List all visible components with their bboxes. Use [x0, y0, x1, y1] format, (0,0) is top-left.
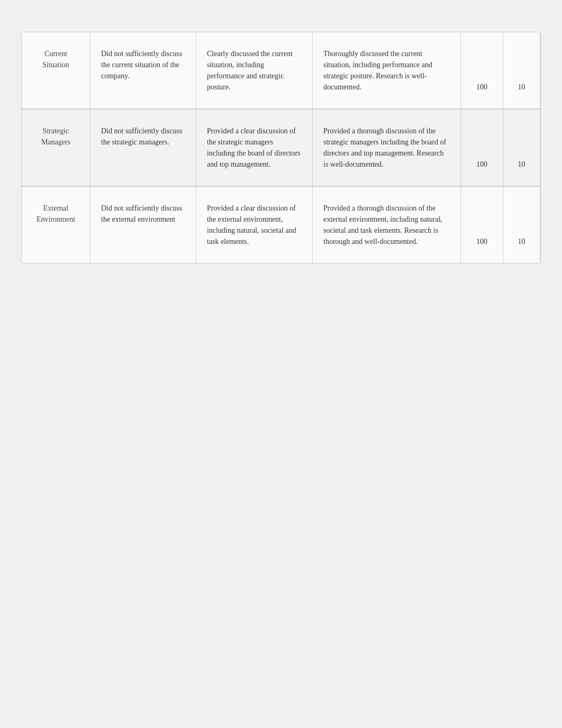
- score-text: 10: [518, 236, 525, 247]
- cell-text: Provided a clear discussion of the strat…: [207, 127, 301, 168]
- score-text: 10: [518, 159, 525, 170]
- cell-score3-row3: 10: [540, 187, 541, 263]
- cell-score2-row3: 10: [503, 187, 540, 263]
- row-label-strategic-managers: Strategic Managers: [22, 110, 90, 186]
- cell-col3-row1: Clearly discussed the current situation,…: [196, 32, 313, 108]
- cell-score2-row2: 10: [503, 110, 540, 186]
- label-text: Strategic Managers: [41, 125, 70, 148]
- cell-score1-row2: 100: [461, 110, 503, 186]
- cell-col3-row2: Provided a clear discussion of the strat…: [196, 110, 313, 186]
- cell-text: Did not sufficiently discuss the externa…: [101, 204, 182, 223]
- table-row: Strategic Managers Did not sufficiently …: [22, 110, 540, 187]
- rubric-table: Current Situation Did not sufficiently d…: [21, 32, 541, 263]
- cell-score1-row1: 100: [461, 32, 503, 108]
- row-label-external-environment: External Environment: [22, 187, 90, 263]
- score-text: 100: [476, 236, 487, 247]
- table-row: External Environment Did not sufficientl…: [22, 187, 540, 263]
- page: Current Situation Did not sufficiently d…: [0, 0, 562, 728]
- cell-col3-row3: Provided a clear discussion of the exter…: [196, 187, 313, 263]
- cell-text: Provided a thorough discussion of the ex…: [323, 204, 442, 245]
- cell-text: Clearly discussed the current situation,…: [207, 50, 293, 91]
- cell-text: Provided a clear discussion of the exter…: [207, 204, 296, 245]
- cell-score3-row1: 10: [540, 32, 541, 108]
- row-label-current-situation: Current Situation: [22, 32, 90, 108]
- cell-col2-row1: Did not sufficiently discuss the current…: [90, 32, 196, 108]
- cell-text: Provided a thorough discussion of the st…: [323, 127, 446, 168]
- cell-text: Thoroughly discussed the current situati…: [323, 50, 432, 91]
- cell-col4-row1: Thoroughly discussed the current situati…: [313, 32, 461, 108]
- cell-score2-row1: 10: [503, 32, 540, 108]
- score-text: 100: [476, 81, 487, 93]
- cell-col4-row2: Provided a thorough discussion of the st…: [313, 110, 461, 186]
- cell-text: Did not sufficiently discuss the strateg…: [101, 127, 182, 146]
- score-text: 100: [476, 159, 487, 170]
- label-text: Current Situation: [42, 48, 69, 70]
- cell-text: Did not sufficiently discuss the current…: [101, 50, 182, 80]
- table-row: Current Situation Did not sufficiently d…: [22, 32, 540, 110]
- cell-score1-row3: 100: [461, 187, 503, 263]
- cell-score3-row2: 10: [540, 110, 541, 186]
- cell-col4-row3: Provided a thorough discussion of the ex…: [313, 187, 461, 263]
- cell-col2-row2: Did not sufficiently discuss the strateg…: [90, 110, 196, 186]
- label-text: External Environment: [37, 203, 75, 225]
- score-text: 10: [518, 81, 525, 93]
- cell-col2-row3: Did not sufficiently discuss the externa…: [90, 187, 196, 263]
